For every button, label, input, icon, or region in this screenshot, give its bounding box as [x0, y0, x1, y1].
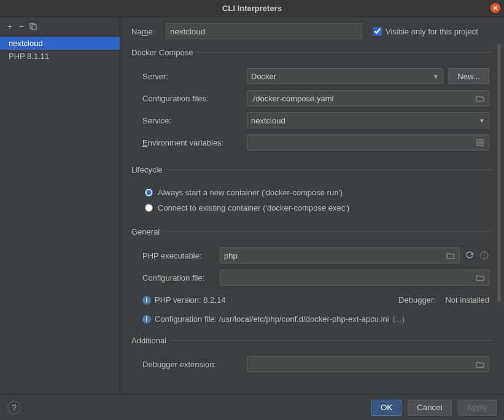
name-input[interactable]: [166, 23, 362, 39]
php-version-text: PHP version: 8.2.14: [155, 295, 225, 305]
apply-button[interactable]: Apply: [458, 400, 497, 416]
interpreter-list: nextcloud PHP 8.1.11: [0, 36, 120, 63]
additional-legend: Additional: [131, 336, 170, 345]
config-files-value: ./docker-compose.yaml: [251, 94, 333, 103]
lifecycle-run-label: Always start a new container ('docker-co…: [158, 188, 343, 197]
php-exe-value: php: [224, 251, 238, 260]
debugger-ext-label: Debugger extension:: [142, 360, 247, 369]
lifecycle-group: Lifecycle Always start a new container (…: [131, 165, 493, 219]
general-group: General PHP executable: php: [131, 227, 493, 327]
server-combo[interactable]: Docker ▼: [247, 68, 443, 84]
sidebar-item-nextcloud[interactable]: nextcloud: [0, 37, 120, 50]
sidebar-item-php811[interactable]: PHP 8.1.11: [0, 50, 120, 63]
service-combo[interactable]: nextcloud ▼: [247, 112, 489, 128]
additional-group: Additional Debugger extension:: [131, 336, 493, 378]
config-files-label: Configuration files:: [142, 94, 247, 103]
config-file-label: Configuration file:: [142, 273, 220, 282]
add-icon[interactable]: +: [7, 22, 12, 31]
copy-icon[interactable]: [29, 23, 37, 30]
config-file-input[interactable]: [220, 270, 489, 286]
refresh-icon[interactable]: [465, 251, 475, 260]
info-icon: i: [142, 296, 151, 305]
folder-icon[interactable]: [475, 274, 485, 281]
chevron-down-icon: ▼: [433, 73, 439, 80]
docker-compose-legend: Docker Compose: [131, 48, 196, 57]
list-icon[interactable]: [475, 139, 485, 146]
php-exe-label: PHP executable:: [142, 251, 220, 260]
svg-rect-1: [32, 25, 36, 29]
server-label: Server:: [142, 72, 247, 81]
config-info-text: Configuration file: /usr/local/etc/php/c…: [155, 314, 389, 324]
info-icon: i: [142, 315, 151, 324]
debugger-label: Debugger:: [398, 295, 436, 305]
config-info-more-link[interactable]: (...): [393, 314, 405, 324]
php-exe-input[interactable]: php: [220, 247, 460, 263]
lifecycle-radio-exec[interactable]: Connect to existing container ('docker-c…: [145, 203, 489, 212]
debugger-ext-input[interactable]: [247, 356, 489, 372]
folder-icon[interactable]: [475, 95, 485, 102]
footer: ? OK Cancel Apply: [0, 394, 504, 420]
lifecycle-exec-label: Connect to existing container ('docker-c…: [158, 203, 349, 212]
chevron-down-icon: ▼: [479, 117, 485, 124]
scrollbar[interactable]: [497, 44, 502, 394]
docker-compose-group: Docker Compose Server: Docker ▼ New... C…: [131, 48, 493, 157]
main-panel: Name: Visible only for this project Dock…: [120, 17, 504, 394]
visible-only-label: Visible only for this project: [386, 27, 478, 36]
sidebar-item-label: nextcloud: [9, 39, 43, 48]
debugger-value: Not installed: [445, 295, 489, 305]
sidebar-item-label: PHP 8.1.11: [9, 52, 49, 61]
sidebar: + − nextcloud PHP 8.1.11: [0, 17, 120, 394]
titlebar: CLI Interpreters: [0, 0, 504, 17]
sidebar-toolbar: + −: [0, 17, 120, 36]
name-label: Name:: [131, 27, 166, 36]
general-legend: General: [131, 227, 163, 236]
cancel-button[interactable]: Cancel: [408, 400, 452, 416]
env-vars-input[interactable]: [247, 134, 489, 150]
lifecycle-legend: Lifecycle: [131, 165, 166, 174]
folder-icon[interactable]: [475, 361, 485, 368]
close-icon[interactable]: [490, 3, 500, 13]
lifecycle-radio-run[interactable]: Always start a new container ('docker-co…: [145, 188, 489, 197]
env-vars-label: Environment variables:: [142, 138, 247, 147]
ok-button[interactable]: OK: [371, 400, 401, 416]
folder-icon[interactable]: [446, 252, 456, 259]
info-icon[interactable]: i: [479, 251, 489, 260]
service-label: Service:: [142, 116, 247, 125]
service-value: nextcloud: [251, 116, 285, 125]
window-title: CLI Interpreters: [222, 4, 282, 13]
server-value: Docker: [251, 72, 276, 81]
svg-text:i: i: [484, 252, 485, 259]
scrollbar-thumb[interactable]: [497, 44, 501, 302]
config-files-input[interactable]: ./docker-compose.yaml: [247, 90, 489, 106]
new-server-button[interactable]: New...: [448, 68, 489, 84]
visible-only-checkbox[interactable]: Visible only for this project: [373, 27, 478, 36]
help-icon[interactable]: ?: [7, 401, 21, 414]
remove-icon[interactable]: −: [18, 22, 23, 31]
